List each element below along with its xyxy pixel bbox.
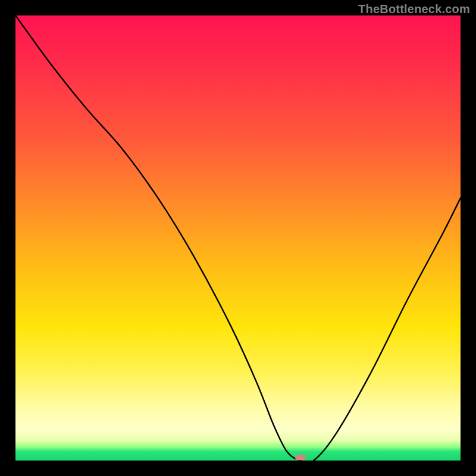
watermark-text: TheBottleneck.com [358, 2, 470, 16]
optimal-point-marker [295, 455, 306, 460]
bottleneck-curve [15, 15, 461, 461]
plot-area [15, 15, 461, 461]
chart-frame: TheBottleneck.com [0, 0, 476, 476]
